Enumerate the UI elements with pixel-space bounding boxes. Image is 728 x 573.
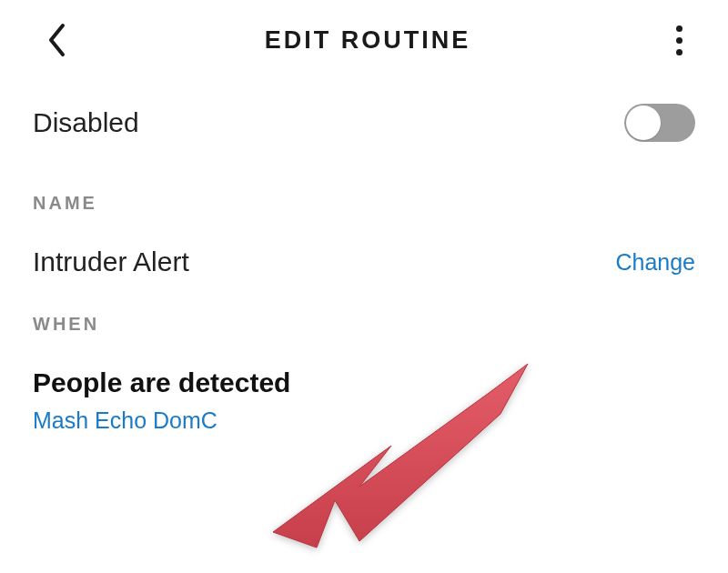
status-row: Disabled [0,82,728,164]
more-vertical-icon [676,25,682,32]
back-button[interactable] [36,20,76,60]
routine-name: Intruder Alert [33,246,189,277]
when-device-link[interactable]: Mash Echo DomC [33,407,695,434]
toggle-knob [626,106,661,140]
when-section-label: WHEN [0,285,728,342]
status-label: Disabled [33,107,139,138]
header: EDIT ROUTINE [0,0,728,82]
name-row: Intruder Alert Change [0,221,728,285]
page-title: EDIT ROUTINE [76,26,659,55]
more-menu-button[interactable] [659,20,699,60]
when-trigger: People are detected [33,367,695,398]
name-section-label: NAME [0,164,728,221]
enable-toggle[interactable] [624,104,695,142]
when-row[interactable]: People are detected Mash Echo DomC [0,342,728,434]
chevron-left-icon [46,23,66,57]
change-name-link[interactable]: Change [615,249,695,276]
